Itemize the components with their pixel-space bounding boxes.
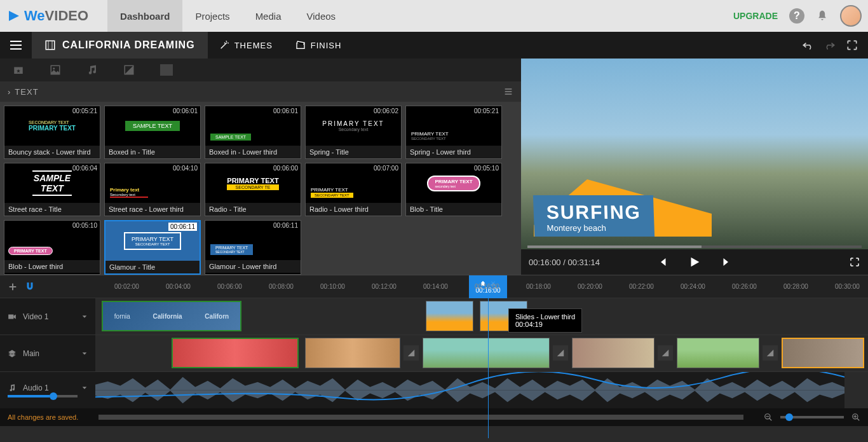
project-title[interactable]: CALIFORNIA DREAMING: [32, 32, 208, 59]
preview-panel: SURFING Monterey beach 00:16:00 / 00:31:…: [521, 59, 868, 275]
zoom-slider[interactable]: [780, 416, 844, 418]
text-template[interactable]: 00:06:04SAMPLETEXTStreet race - Title: [4, 163, 100, 216]
track-header[interactable]: Video 1: [0, 298, 95, 335]
magnet-icon[interactable]: [24, 281, 36, 293]
text-template[interactable]: 00:04:10Primary textSecondary textStreet…: [104, 163, 201, 216]
text-template[interactable]: 00:05:21PRIMARY TEXTSECONDARY TEXTSpring…: [405, 106, 502, 159]
expand-icon[interactable]: [846, 39, 858, 52]
text-template[interactable]: 00:06:11PRIMARY TEXTSECONDARY TEXTGlamou…: [205, 220, 301, 275]
redo-icon[interactable]: [824, 39, 836, 52]
timeline-clip[interactable]: forniaCaliforniaCaliforn: [102, 301, 241, 331]
timeline-clip[interactable]: [572, 338, 654, 368]
clapper-icon: [295, 40, 306, 50]
timeline: 00:16:00 Slides - Lower third 00:04:19 0…: [0, 275, 868, 426]
clip-tooltip: Slides - Lower third 00:04:19: [508, 308, 582, 333]
ruler-tick: 00:08:00: [269, 283, 294, 290]
nav-videos[interactable]: Videos: [294, 0, 348, 32]
help-icon[interactable]: ?: [789, 8, 804, 24]
nav-dashboard[interactable]: Dashboard: [107, 0, 182, 32]
text-template[interactable]: 00:06:11PRIMARY TEXTSECONDARY TEXTGlamou…: [104, 220, 201, 275]
track-header[interactable]: Main: [0, 335, 95, 371]
playhead-line[interactable]: [488, 298, 489, 438]
timeline-clip[interactable]: [423, 338, 550, 368]
transition-icon[interactable]: [763, 345, 778, 361]
text-template[interactable]: 00:05:10PRIMARY TEXTBlob - Lower third: [4, 220, 100, 275]
chevron-down-icon[interactable]: [81, 350, 88, 357]
preview-time: 00:16:00 / 00:31:14: [529, 258, 600, 267]
overlay-title: SURFING: [546, 202, 641, 223]
timeline-clip[interactable]: [782, 338, 864, 368]
hamburger-menu[interactable]: [0, 32, 32, 59]
timeline-ruler[interactable]: 00:16:00 Slides - Lower third 00:04:19 0…: [0, 275, 868, 298]
transition-icon[interactable]: [658, 345, 673, 361]
logo[interactable]: WeVIDEO: [6, 8, 88, 24]
timeline-clip[interactable]: [677, 338, 759, 368]
svg-rect-12: [8, 314, 13, 319]
ruler-tick: 00:30:00: [835, 283, 860, 290]
tab-themes[interactable]: THEMES: [208, 32, 284, 59]
media-panel: A ›TEXT 00:05:21SECONDARY TEXTPRIMARY TE…: [0, 59, 521, 275]
undo-icon[interactable]: [801, 39, 814, 52]
ruler-tick: 00:22:00: [629, 283, 654, 290]
play-icon[interactable]: [688, 255, 702, 269]
top-bar: WeVIDEO Dashboard Projects Media Videos …: [0, 0, 868, 32]
timeline-clip[interactable]: [305, 338, 400, 368]
bell-icon[interactable]: [816, 10, 829, 22]
chevron-down-icon[interactable]: [81, 385, 88, 391]
zoom-in-icon[interactable]: [851, 413, 860, 422]
list-view-icon[interactable]: [503, 86, 513, 97]
audio-waveform[interactable]: [95, 372, 844, 408]
text-template[interactable]: 00:07:00PRIMARY TEXTSECONDARY TEXTRadio …: [305, 163, 402, 216]
tab-finish[interactable]: FINISH: [284, 32, 353, 59]
preview-video[interactable]: SURFING Monterey beach: [521, 59, 868, 249]
ruler-tick: 00:18:00: [526, 283, 551, 290]
track-main: Main FX: [0, 335, 868, 371]
prev-icon[interactable]: [657, 256, 668, 268]
ruler-tick: 00:20:00: [578, 283, 602, 290]
svg-rect-0: [46, 41, 55, 50]
ruler-tick: 00:06:00: [217, 283, 242, 290]
timeline-clip[interactable]: [172, 338, 299, 368]
folder-star-icon[interactable]: [13, 64, 24, 76]
add-track-icon[interactable]: [8, 282, 18, 292]
text-template[interactable]: 00:06:00PRIMARY TEXTSECONDARY TERadio - …: [205, 163, 301, 216]
track-video1: Video 1 forniaCaliforniaCaliforn: [0, 298, 868, 335]
zoom-out-icon[interactable]: [764, 413, 773, 422]
text-template[interactable]: 00:06:01SAMPLE TEXTBoxed in - Title: [104, 106, 201, 159]
volume-slider[interactable]: [8, 395, 78, 397]
upgrade-link[interactable]: UPGRADE: [733, 11, 778, 21]
chevron-down-icon[interactable]: [81, 314, 88, 320]
svg-point-6: [53, 67, 55, 69]
text-template[interactable]: 00:05:21SECONDARY TEXTPRIMARY TEXTBouncy…: [4, 106, 100, 159]
ruler-tick: 00:28:00: [783, 283, 808, 290]
transitions-icon[interactable]: [123, 64, 135, 76]
text-template[interactable]: 00:06:01SAMPLE TEXTBoxed in - Lower thir…: [205, 106, 301, 159]
text-section-header[interactable]: ›TEXT: [0, 81, 521, 102]
timeline-clip[interactable]: [426, 301, 473, 331]
ruler-tick: 00:10:00: [320, 283, 345, 290]
text-template[interactable]: 00:06:02PRIMARY TEXTSecondary textSpring…: [305, 106, 402, 159]
music-icon[interactable]: [86, 64, 98, 76]
save-status: All changes are saved.: [8, 413, 78, 421]
image-icon[interactable]: [50, 64, 61, 76]
transition-icon[interactable]: [553, 345, 568, 361]
secondary-bar: CALIFORNIA DREAMING THEMES FINISH: [0, 32, 868, 59]
text-icon[interactable]: A: [160, 64, 173, 76]
nav-projects[interactable]: Projects: [182, 0, 242, 32]
ruler-tick: 00:02:00: [114, 283, 139, 290]
next-icon[interactable]: [721, 256, 732, 268]
track-header[interactable]: Audio 1: [0, 372, 95, 408]
transition-icon[interactable]: [403, 345, 419, 361]
timeline-scrollbar[interactable]: [98, 415, 743, 420]
status-bar: All changes are saved.: [0, 408, 868, 426]
text-templates-grid: 00:05:21SECONDARY TEXTPRIMARY TEXTBouncy…: [0, 102, 521, 275]
nav-media[interactable]: Media: [243, 0, 294, 32]
ruler-tick: 00:26:00: [732, 283, 757, 290]
play-icon: [6, 8, 22, 24]
avatar[interactable]: [840, 5, 862, 27]
fullscreen-icon[interactable]: [849, 256, 860, 268]
layers-icon: [8, 349, 17, 358]
text-template[interactable]: 00:05:10PRIMARY TEXTsecondary textBlob -…: [405, 163, 502, 216]
ruler-tick: 00:04:00: [166, 283, 191, 290]
svg-line-20: [857, 418, 860, 421]
